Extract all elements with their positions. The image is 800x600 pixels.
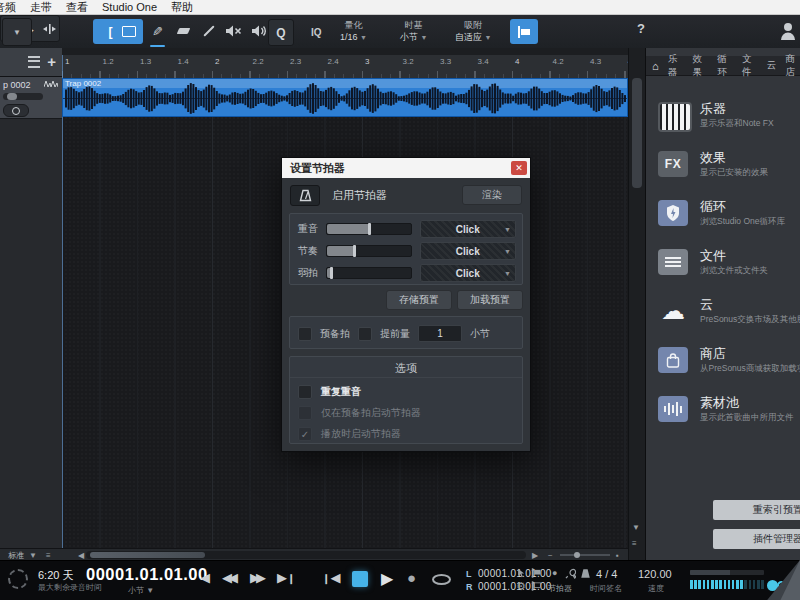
level-slider[interactable] (326, 223, 411, 235)
scroll-left-icon[interactable]: ◀ (78, 551, 84, 560)
scroll-right-icon[interactable]: ▶ (532, 551, 538, 560)
browser-tab-0[interactable]: 乐器 (668, 53, 684, 79)
lead-checkbox[interactable] (358, 327, 372, 341)
track-list-menu-icon[interactable] (28, 56, 40, 68)
browser-tab-5[interactable]: 商店 (785, 53, 800, 79)
chevron-down-icon[interactable]: ▼ (632, 523, 640, 532)
browser-tab-1[interactable]: 效果 (692, 53, 708, 79)
browser-item-4[interactable]: ☁云PreSonus交换市场及其他服务 (656, 296, 800, 336)
record-button[interactable]: ● (407, 569, 416, 586)
click-sound-dropdown[interactable]: Click▼ (420, 242, 517, 260)
browser-item-5[interactable]: 商店从PreSonus商城获取加载项 (656, 345, 800, 385)
click-sound-dropdown[interactable]: Click▼ (420, 220, 517, 238)
level-slider[interactable] (326, 267, 411, 279)
browser-tab-4[interactable]: 云 (767, 59, 777, 72)
zoom-menu-icon[interactable]: ≡ (632, 539, 637, 548)
zoom-slider-knob[interactable] (574, 552, 580, 558)
browser-bottom-button-0[interactable]: 重索引预置 (713, 500, 800, 520)
play-button[interactable]: ▶ (381, 569, 393, 588)
input-quantize-label[interactable]: IQ (311, 27, 322, 38)
stop-button[interactable] (352, 571, 368, 587)
browser-item-6[interactable]: 素材池显示此首歌曲中所用文件 (656, 394, 800, 434)
level-slider[interactable] (326, 245, 411, 257)
slider-thumb[interactable] (353, 245, 356, 257)
click-sound-dropdown[interactable]: Click▼ (420, 264, 517, 282)
fast-forward-button[interactable]: ▶▶ (250, 570, 262, 586)
option-checkbox[interactable] (298, 385, 312, 399)
menu-item-2[interactable]: 查看 (66, 0, 88, 15)
zoom-in-icon[interactable]: ▪ (616, 551, 619, 560)
metronome-mini-icon[interactable] (580, 568, 591, 579)
vertical-scrollbar[interactable]: ▼ ≡ (628, 48, 646, 560)
audio-clip[interactable]: Trap 0002 (62, 78, 628, 117)
zoom-slider[interactable] (560, 554, 610, 556)
return-to-zero-button[interactable]: ❙◀ (322, 570, 340, 587)
playback-position-display[interactable]: 00001.01.01.00 (86, 565, 196, 584)
time-signature-value[interactable]: 4 / 4 (596, 568, 617, 580)
zoom-out-icon[interactable]: − (548, 551, 553, 560)
listen-tool-button[interactable] (248, 20, 270, 42)
scrollbar-thumb[interactable] (632, 78, 642, 188)
quantize-value-dropdown[interactable]: 量化 1/16 ▼ (340, 19, 367, 44)
user-account-icon[interactable] (780, 21, 796, 41)
dialog-title-bar[interactable]: 设置节拍器 ✕ (282, 158, 530, 178)
metronome-toggle-button[interactable] (290, 185, 320, 206)
track-header[interactable]: p 0002 (0, 77, 62, 119)
option-checkbox[interactable]: ✓ (298, 427, 312, 441)
marker-flag-icon[interactable] (531, 581, 542, 591)
menu-item-4[interactable]: 帮助 (171, 0, 193, 15)
menu-item-0[interactable]: 音频 (0, 0, 16, 15)
cursor-mini-icon[interactable] (516, 568, 526, 578)
snap-dropdown[interactable]: 吸附 自适应 ▼ (455, 19, 491, 44)
mute-tool-button[interactable] (222, 20, 244, 42)
timeline-ruler[interactable]: 11.21.31.422.22.32.433.23.33.444.24.34.4 (62, 55, 628, 79)
performance-gauge-icon[interactable] (8, 569, 28, 589)
monitor-button[interactable] (3, 104, 29, 117)
lead-bars-input[interactable]: 1 (418, 325, 462, 342)
position-unit-dropdown[interactable]: 小节 ▼ (86, 585, 196, 596)
browser-item-1[interactable]: FX效果显示已安装的效果 (656, 149, 800, 189)
browser-tab-2[interactable]: 循环 (717, 53, 733, 79)
menu-item-3[interactable]: Studio One (102, 1, 157, 13)
eraser-tool-button[interactable] (173, 21, 193, 41)
marker-flag-icon[interactable] (531, 568, 542, 578)
add-track-dropdown-button[interactable]: ▼ (2, 18, 32, 46)
slider-thumb[interactable] (330, 267, 333, 279)
browser-item-2[interactable]: 循环浏览Studio One循环库 (656, 198, 800, 238)
range-tool-button[interactable] (116, 19, 142, 44)
home-icon[interactable]: ⌂ (652, 60, 659, 72)
store-preset-button[interactable]: 存储预置 (386, 290, 452, 310)
browser-item-3[interactable]: 文件浏览文件或文件夹 (656, 247, 800, 287)
horizontal-scrollbar[interactable] (86, 551, 526, 559)
precount-checkbox[interactable] (298, 327, 312, 341)
quantize-q-button[interactable]: Q (268, 19, 294, 46)
track-volume-slider[interactable] (3, 93, 43, 100)
load-preset-button[interactable]: 加载预置 (457, 290, 523, 310)
close-icon[interactable]: ✕ (511, 161, 527, 175)
add-track-button[interactable]: + (47, 57, 56, 67)
slider-knob[interactable] (7, 93, 17, 100)
next-bar-button[interactable]: ▶❙ (277, 570, 295, 587)
option-checkbox[interactable] (298, 406, 312, 420)
expand-tracks-icon[interactable] (43, 23, 56, 35)
previous-bar-button[interactable]: ◀ (200, 570, 210, 586)
browser-bottom-button-1[interactable]: 插件管理器 (713, 529, 800, 549)
record-dot-icon[interactable]: ● (552, 568, 557, 578)
gear-icon[interactable]: ⚙ (516, 580, 526, 593)
browser-tab-3[interactable]: 文件 (742, 53, 758, 79)
render-button[interactable]: 渲染 (462, 185, 522, 205)
paint-tool-button[interactable]: ✎ (147, 21, 167, 41)
loop-button[interactable] (432, 574, 451, 585)
tempo-value[interactable]: 120.00 (638, 568, 672, 580)
browser-item-0[interactable]: 乐器显示乐器和Note FX (656, 100, 800, 140)
split-tool-button[interactable] (199, 21, 219, 41)
slider-thumb[interactable] (368, 223, 371, 235)
help-button[interactable]: ? (637, 21, 645, 36)
view-preset-dropdown[interactable]: 标准 ▼ ≡ (4, 550, 66, 560)
rewind-button[interactable]: ◀◀ (222, 570, 234, 586)
timebase-dropdown[interactable]: 时基 小节 ▼ (400, 19, 427, 44)
menu-item-1[interactable]: 走带 (30, 0, 52, 15)
autoscroll-button[interactable] (510, 19, 538, 44)
scrollbar-thumb[interactable] (90, 552, 205, 558)
wrench-icon[interactable] (565, 568, 576, 579)
